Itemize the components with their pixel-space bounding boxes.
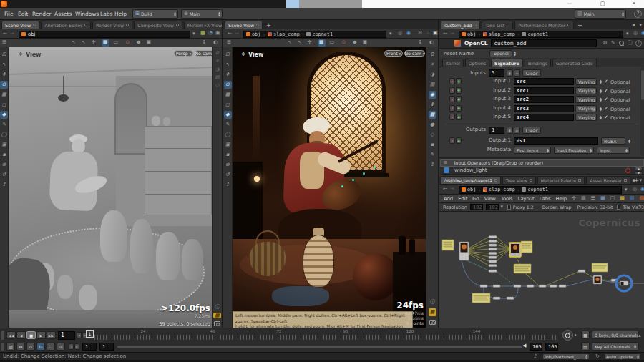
view-menu-icon[interactable]: ✥ [241, 52, 245, 57]
mid-viewport-toolbar[interactable]: ⊞ ↖ ↖ ✛ ▦ ▭ ⊙ ◆ ▣ ↕ ◐ [222, 39, 438, 47]
follow-button[interactable]: ⌂ [26, 343, 35, 351]
tool-icon[interactable]: ⚙ [213, 51, 221, 57]
new-tab-button[interactable]: + [264, 22, 273, 29]
tool-icon[interactable]: ⊕ [0, 161, 8, 169]
back-icon[interactable]: ← [443, 187, 447, 192]
row-delete-button[interactable]: ✕ [449, 96, 455, 102]
scope-channels-button[interactable]: ▤ [581, 342, 590, 351]
range-right-button[interactable]: ▶ [74, 343, 79, 350]
box-icon[interactable]: ▭ [114, 40, 119, 45]
tab-take-list[interactable]: Take List [482, 21, 513, 29]
type-spinner[interactable]: ▲▼ [600, 79, 602, 84]
range-start-field[interactable]: 1 [82, 343, 97, 351]
tool-icon[interactable]: ▪ [0, 151, 8, 159]
output-type-select[interactable]: RGBA [601, 137, 625, 145]
path-dropdown-icon[interactable]: ▾ [625, 187, 628, 192]
left-viewport-toolbar[interactable]: ⊞ ↖ ↖ ✛ ▦ ▭ ⊙ ◆ ▣ ↕ ◐ [0, 39, 222, 47]
keys-summary-button[interactable]: 0 keys, 0/0 channels▲ [592, 331, 639, 339]
context-select[interactable]: /obj/fractured_...▲▼ [542, 353, 590, 360]
tool-icon[interactable]: ✚ [0, 71, 8, 79]
key-dropdown-icon[interactable]: ▾ [575, 333, 577, 337]
playhead-marker[interactable]: 1 [86, 330, 94, 338]
range-slider-handle[interactable]: ◀ [522, 343, 526, 348]
tool-icon[interactable]: ↺ [224, 171, 232, 179]
tile-checkbox[interactable] [617, 205, 620, 210]
tool-icon[interactable]: ⊞ [0, 51, 8, 59]
tool-icon[interactable]: ⊙ [0, 81, 8, 89]
row-insert-button[interactable]: ✚ [456, 137, 462, 144]
metadata-first-input-select[interactable]: First Input▲▼ [514, 147, 551, 154]
tab-performance-monitor[interactable]: Performance Monitor [514, 21, 574, 29]
row-delete-button[interactable]: ✕ [449, 87, 455, 94]
path-dropdown-icon[interactable]: ▾ [389, 31, 392, 36]
tab-scene-view[interactable]: Scene View [1, 21, 39, 29]
type-spinner[interactable]: ▲▼ [600, 89, 602, 94]
move-icon[interactable]: ✛ [308, 40, 312, 45]
jump-start-button[interactable]: ◀◀ [6, 331, 16, 339]
maximize-button[interactable]: ▢ [597, 1, 608, 7]
list-scroll-up[interactable]: ▲ [635, 167, 643, 170]
page-icon[interactable]: ▤ [581, 196, 586, 201]
select-objects-icon[interactable]: ↖ [298, 40, 302, 45]
tab-asset-browser[interactable]: Asset Browser [586, 176, 630, 184]
tab-render-view[interactable]: Render View [92, 21, 132, 29]
handles-icon[interactable]: ▦ [318, 39, 326, 47]
menu-labs[interactable]: Labs [100, 11, 112, 17]
folder-tab-options[interactable]: Options [465, 59, 489, 67]
refresh-icon[interactable]: ↻ [595, 354, 600, 359]
collapse-icon[interactable]: ↰ [638, 205, 642, 210]
row-delete-button[interactable]: ✕ [449, 78, 455, 84]
mid-viewport-left-toolbar[interactable]: ⊞↖✚⊙▦◻◆✎◯▣▪⊕↺↕ [222, 47, 233, 328]
tool-icon[interactable]: ▣ [224, 141, 232, 149]
menu-help[interactable]: Help [114, 11, 127, 17]
timeline-ruler[interactable]: 24 48 72 96 120 144 1 [89, 329, 558, 341]
close-button[interactable]: ✕ [628, 1, 640, 7]
inputs-clear-button[interactable]: Clear [522, 69, 541, 77]
tab-network-path[interactable]: /obj/slap_comp/copnet1 [441, 176, 501, 184]
stow-icon[interactable]: ▣ [433, 31, 438, 36]
grid-icon[interactable]: ▢ [610, 196, 615, 201]
folder-tab-generated-code[interactable]: Generated Code [552, 59, 597, 67]
forward-icon[interactable]: → [450, 31, 454, 36]
metadata-precision-select[interactable]: Input Precision▲▼ [554, 147, 594, 154]
tab-custom-add[interactable]: custom_add [441, 21, 480, 29]
tool-icon[interactable]: ↖ [224, 61, 232, 69]
minimize-button[interactable]: — [564, 1, 575, 7]
camera-box-icon[interactable]: ▣ [362, 40, 367, 45]
folder-tab-kernel[interactable]: Kernel [442, 59, 464, 67]
input-name-field[interactable]: src [514, 78, 574, 85]
crumb-obj[interactable]: obj [462, 187, 476, 192]
tool-icon[interactable]: ● [429, 121, 436, 129]
camera-icon[interactable] [213, 321, 221, 326]
tool-icon[interactable]: ◇ [213, 83, 221, 89]
info-toggle-icon[interactable]: ◐ [429, 40, 434, 45]
history-icon[interactable]: ◔ [208, 31, 213, 36]
inputs-count-field[interactable]: 5 [489, 69, 504, 77]
menu-windows[interactable]: Windows [75, 11, 99, 17]
tool-icon[interactable]: ◇ [429, 131, 436, 139]
export-channels-button[interactable]: ▥ [6, 343, 15, 351]
tool-icon[interactable]: ◻ [0, 101, 8, 109]
input-name-field[interactable]: src2 [514, 96, 574, 103]
input-operator-row[interactable]: window_light ▲ ▼ [440, 167, 644, 175]
prev-key-button[interactable]: ◀ [77, 332, 82, 338]
row-delete-button[interactable]: ✕ [449, 105, 455, 112]
outputs-clear-button[interactable]: Clear [522, 127, 541, 134]
tool-icon[interactable]: ▤ [429, 81, 436, 89]
param-scrollbar[interactable] [640, 67, 644, 156]
forward-icon[interactable]: → [235, 31, 239, 36]
pane-menu-icon[interactable]: ▪ [632, 178, 635, 183]
move-icon[interactable]: ✛ [92, 40, 96, 45]
optional-checkbox[interactable]: ✓ [604, 114, 608, 120]
tool-icon[interactable]: ✚ [224, 71, 232, 79]
inputs-remove-button[interactable]: − [514, 69, 520, 77]
net-menu-layout[interactable]: Layout [518, 196, 535, 202]
wrench-icon[interactable]: ✛ [572, 196, 576, 201]
gear-icon[interactable]: ⚙ [602, 41, 607, 46]
input-name-field[interactable]: src3 [514, 105, 574, 112]
input-type-select[interactable]: Varying [575, 87, 597, 94]
dopnet-button[interactable]: ∷ [47, 343, 55, 351]
asset-spinner[interactable]: ▲▼ [514, 51, 516, 56]
input-name-field[interactable]: src4 [514, 114, 574, 121]
link-icon[interactable]: ◉ [641, 31, 644, 36]
